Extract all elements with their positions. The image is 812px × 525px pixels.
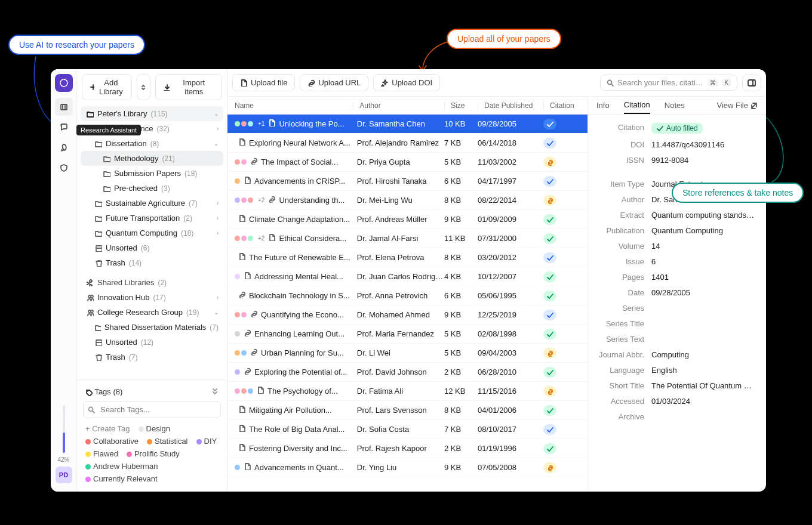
user-avatar[interactable]: PD [56,467,72,483]
add-library-button[interactable]: Add Library [82,74,132,100]
row-date: 08/22/2014 [478,196,543,205]
tree-item[interactable]: Quantum Computing (18) › [81,226,223,240]
library-stepper[interactable] [137,74,150,100]
tag-dot [241,159,247,165]
tag-item[interactable]: Collaborative [85,437,139,446]
table-row[interactable]: Blockchain Technology in S... Prof. Anna… [227,286,588,305]
row-author: Prof. Andreas Müller [357,215,444,224]
app-logo[interactable] [55,74,73,92]
import-items-button[interactable]: Import items [155,74,222,100]
table-row[interactable]: The Role of Big Data Anal... Dr. Sofia C… [227,420,588,439]
shared-libraries-header[interactable]: Shared Libraries (2) [81,275,223,290]
row-name: Mitigating Air Pollution... [249,406,332,415]
col-author[interactable]: Author [353,101,444,110]
tag-item[interactable]: Andrew Huberman [85,462,158,471]
check-icon [546,407,553,414]
share-icon [87,279,94,286]
table-row[interactable]: +2 Understanding th... Dr. Mei-Ling Wu 8… [227,191,588,210]
svg-point-6 [91,310,93,313]
table-row[interactable]: Urban Planning for Su... Dr. Li Wei 5 KB… [227,344,588,363]
import-icon [163,84,170,91]
tree-item[interactable]: Trash (7) [81,350,223,365]
rail-library-button[interactable] [55,98,73,116]
row-tags [235,331,240,336]
svg-rect-2 [96,246,102,252]
file-icon [268,119,275,126]
detail-label: Item Type [599,180,651,189]
tags-collapse[interactable] [211,387,219,396]
table-row[interactable]: Exploring the Potential of... Prof. Davi… [227,363,588,382]
tag-item[interactable]: Flawed [85,449,118,458]
tag-item[interactable]: DIY [196,437,217,446]
tree-item[interactable]: Trash (14) [81,255,223,270]
col-date[interactable]: Date Published [478,101,543,110]
table-row[interactable]: Climate Change Adaptation... Prof. Andre… [227,210,588,229]
table-row[interactable]: Addressing Mental Heal... Dr. Juan Carlo… [227,267,588,286]
row-author: Dr. Priya Gupta [357,158,444,166]
tab-notes[interactable]: Notes [665,97,685,113]
row-tags [235,121,253,126]
col-citation[interactable]: Citation [543,101,580,110]
table-header: Name Author Size Date Published Citation [227,97,588,115]
tree-item[interactable]: Innovation Hub (17) › [81,290,223,305]
row-name: The Impact of Social... [261,158,338,166]
tree-item[interactable]: Unsorted (6) [81,240,223,255]
col-name[interactable]: Name [235,101,353,110]
create-tag-button[interactable]: + Create Tag [85,424,130,433]
tree-root[interactable]: Peter's Library (115) ⌄ [81,106,223,121]
tag-item[interactable]: Design [139,424,170,433]
tree-item[interactable]: Submission Papers (18) [81,166,223,181]
tree-item[interactable]: Sustainable Agriculture (7) › [81,196,223,211]
row-name: Enhancing Learning Out... [254,329,345,338]
add-library-label: Add Library [98,78,124,96]
table-row[interactable]: Enhancing Learning Out... Prof. Maria Fe… [227,325,588,344]
tree-item[interactable]: Methodology (21) [81,151,223,166]
rail-research-button[interactable] [55,118,73,136]
table-row[interactable]: +1 Unlocking the Po... Dr. Samantha Chen… [227,115,588,134]
tag-item[interactable]: Statistical [147,437,188,446]
col-size[interactable]: Size [444,101,478,110]
upload-file-button[interactable]: Upload file [232,74,295,91]
table-row[interactable]: +2 Ethical Considera... Dr. Jamal Al-Far… [227,229,588,248]
import-items-label: Import items [173,78,214,96]
tag-item[interactable]: Prolific Study [127,449,180,458]
table-row[interactable]: Advancements in Quant... Dr. Ying Liu 9 … [227,458,588,477]
global-search[interactable]: Search your files, citations, notes, ...… [600,75,737,91]
upload-doi-button[interactable]: Upload DOI [373,74,440,91]
tab-view-file[interactable]: View File [716,97,758,113]
row-date: 05/06/1995 [478,291,543,300]
tree-item[interactable]: Shared Dissertation Materials (7) [81,320,223,335]
tree-item[interactable]: Future Transportation (2) › [81,211,223,226]
table-row[interactable]: Fostering Diversity and Inc... Prof. Raj… [227,439,588,458]
table-row[interactable]: Quantifying the Econo... Dr. Mohamed Ahm… [227,305,588,325]
table-row[interactable]: Mitigating Air Pollution... Prof. Lars S… [227,401,588,420]
table-row[interactable]: Exploring Neural Network A... Prof. Alej… [227,134,588,153]
rail-shield-button[interactable] [55,159,73,177]
upload-url-button[interactable]: Upload URL [300,74,368,91]
group-icon [87,294,94,301]
row-tags [235,274,240,279]
tree-item[interactable]: College Research Group (19) ⌄ [81,305,223,320]
rail-rocket-button[interactable] [55,138,73,156]
citation-pill [543,424,556,435]
row-author: Prof. Anna Petrovich [357,291,444,300]
tag-item[interactable]: Currently Relevant [85,474,158,483]
tag-dot [235,350,240,356]
detail-row: ISSN 9912-8084 [599,156,755,165]
shared-count: (2) [158,279,167,287]
table-row[interactable]: The Future of Renewable E... Prof. Elena… [227,248,588,267]
rocket-icon [60,143,68,152]
detail-row: Language English [599,366,755,375]
tags-search-input[interactable] [83,401,221,418]
panel-toggle-button[interactable] [742,75,761,91]
tree-item[interactable]: Dissertation (8) ⌄ [81,136,223,151]
tree-item[interactable]: Unsorted (12) [81,335,223,350]
table-row[interactable]: Advancements in CRISP... Prof. Hiroshi T… [227,172,588,191]
tab-info[interactable]: Info [596,97,610,113]
detail-row: Archive [599,412,755,421]
tab-citation[interactable]: Citation [624,97,650,114]
table-row[interactable]: The Impact of Social... Dr. Priya Gupta … [227,153,588,172]
tree-item[interactable]: Pre-checked (3) [81,181,223,196]
check-icon [546,178,553,185]
table-row[interactable]: The Psychology of... Dr. Fatima Ali 12 K… [227,382,588,401]
